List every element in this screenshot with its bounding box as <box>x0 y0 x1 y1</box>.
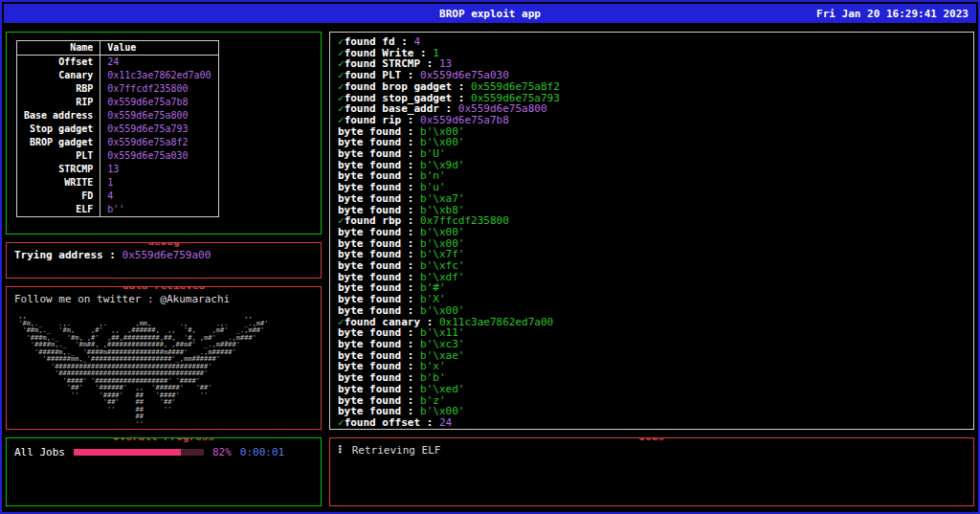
clock: Fri Jan 20 16:29:41 2023 <box>816 8 976 20</box>
row-value: 0x559d6e75a8f2 <box>100 136 218 149</box>
progress-elapsed-time: 0:00:01 <box>240 446 284 458</box>
progress-bar-fill <box>74 449 181 456</box>
values-table: NameValue Offset24Canary0x11c3ae7862ed7a… <box>16 40 219 217</box>
progress-percentage: 82% <box>212 446 232 458</box>
row-name: RIP <box>17 96 100 109</box>
table-row: PLT0x559d6e75a030 <box>17 149 219 163</box>
values-panel: NameValue Offset24Canary0x11c3ae7862ed7a… <box>6 32 322 235</box>
row-name: Canary <box>17 69 100 82</box>
log-panel: ✓found fd : 4✓found Write : 1✓found STRC… <box>329 32 974 430</box>
job-text: Retrieving ELF <box>352 444 441 457</box>
log-line: ✓found offset : 24 <box>338 417 966 429</box>
debug-panel: debug Trying address : 0x559d6e759a00 <box>6 242 322 279</box>
row-value: 24 <box>100 56 218 70</box>
overall-progress-title: Overall Progress <box>108 437 219 444</box>
table-header-row: NameValue <box>17 41 219 56</box>
column-header: Name <box>17 41 100 56</box>
right-column: ✓found fd : 4✓found Write : 1✓found STRC… <box>329 32 974 506</box>
column-header: Value <box>100 41 218 56</box>
overall-progress-panel: Overall Progress All Jobs 82% 0:00:01 <box>6 437 322 506</box>
left-column: NameValue Offset24Canary0x11c3ae7862ed7a… <box>6 32 322 506</box>
row-name: Stop gadget <box>17 123 100 136</box>
row-value: 0x559d6e75a793 <box>100 123 218 136</box>
row-name: FD <box>17 190 100 203</box>
table-row: ELFb'' <box>17 203 219 217</box>
table-row: RIP0x559d6e75a7b8 <box>17 96 219 109</box>
row-value: 4 <box>100 190 218 203</box>
check-icon: ✓ <box>338 416 345 429</box>
row-value: 13 <box>100 163 218 176</box>
job-line: ⠇ Retrieving ELF <box>338 444 966 458</box>
table-row: Base address0x559d6e75a800 <box>17 109 219 123</box>
progress-bar <box>74 449 204 456</box>
app-window: { "colors": { "blue": "#2121d6", "green"… <box>0 0 980 514</box>
table-row: BROP gadget0x559d6e75a8f2 <box>17 136 219 149</box>
row-value: 0x559d6e75a030 <box>100 149 218 163</box>
log-label: found offset : <box>345 416 439 429</box>
row-value: 0x559d6e75a800 <box>100 109 218 123</box>
row-value: 1 <box>100 176 218 190</box>
app-title: BROP exploit app <box>439 8 541 20</box>
row-name: Offset <box>17 56 100 70</box>
table-row: FD4 <box>17 190 219 203</box>
debug-address: 0x559d6e759a00 <box>122 249 212 261</box>
row-name: Base address <box>17 109 100 123</box>
row-name: BROP gadget <box>17 136 100 149</box>
top-bar: BROP exploit app Fri Jan 20 16:29:41 202… <box>4 4 976 23</box>
ascii-art-bat: ,, ,, '#m,._ .,. ,. ,mm, ., .,. _.,m#' '… <box>14 313 313 428</box>
table-row: WRITE1 <box>17 176 219 190</box>
row-name: PLT <box>17 149 100 163</box>
table-row: STRCMP13 <box>17 163 219 176</box>
twitter-line: Follow me on twitter : @Akumarachi <box>14 293 313 306</box>
row-value: 0x11c3ae7862ed7a00 <box>100 69 218 82</box>
progress-row: All Jobs 82% 0:00:01 <box>14 446 313 458</box>
debug-line: Trying address : 0x559d6e759a00 <box>14 249 313 262</box>
debug-label: Trying address : <box>14 249 122 261</box>
data-received-panel: data recieved Follow me on twitter : @Ak… <box>6 286 322 430</box>
row-name: RBP <box>17 82 100 96</box>
spinner-icon: ⠇ <box>338 444 345 457</box>
debug-panel-title: debug <box>143 242 184 249</box>
progress-task-label: All Jobs <box>14 446 65 458</box>
jobs-panel-title: Jobs <box>635 437 670 444</box>
row-name: ELF <box>17 203 100 217</box>
table-row: Canary0x11c3ae7862ed7a00 <box>17 69 219 82</box>
table-row: Offset24 <box>17 56 219 70</box>
data-received-panel-title: data recieved <box>118 286 210 293</box>
row-name: STRCMP <box>17 163 100 176</box>
table-row: RBP0x7ffcdf235800 <box>17 82 219 96</box>
log-body: ✓found fd : 4✓found Write : 1✓found STRC… <box>338 36 966 429</box>
row-value: 0x7ffcdf235800 <box>100 82 218 96</box>
table-row: Stop gadget0x559d6e75a793 <box>17 123 219 136</box>
log-value: 24 <box>439 416 452 429</box>
row-value: b'' <box>100 203 218 217</box>
jobs-panel: Jobs ⠇ Retrieving ELF <box>329 437 974 506</box>
row-name: WRITE <box>17 176 100 190</box>
main-area: NameValue Offset24Canary0x11c3ae7862ed7a… <box>2 25 978 512</box>
row-value: 0x559d6e75a7b8 <box>100 96 218 109</box>
